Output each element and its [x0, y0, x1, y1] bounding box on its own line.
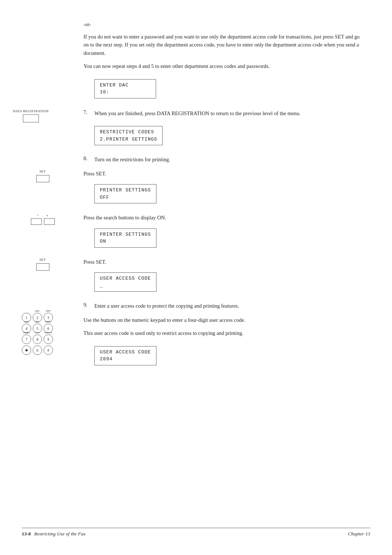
step9-content: 9. Enter a user access code to protect t… [83, 302, 363, 369]
footer-chapter: Chapter 13 [348, 531, 370, 537]
step9-main-text: Enter a user access code to protect the … [94, 302, 363, 310]
step8-number: 8. [83, 155, 94, 162]
lcd-user-access-blank-line1: USER ACCESS CODE [100, 275, 151, 282]
lcd-printer-on: PRINTER SETTINGS ON [94, 228, 156, 248]
lcd-enter-dac-line2: 10: [100, 89, 151, 96]
key-8[interactable]: TUV 8 [33, 335, 42, 344]
page: -or- If you do not want to enter a passw… [0, 0, 392, 555]
key-7[interactable]: PQRS 7 [22, 335, 31, 344]
step9-number: 9. [83, 302, 94, 308]
arrows-row: ^ v [37, 214, 49, 217]
step7-text: When you are finished, press DATA REGIST… [94, 109, 363, 117]
arrows-section: ^ v Press the search buttons to display … [83, 214, 363, 251]
set-section-2: SET Press SET. USER ACCESS CODE _ [83, 258, 363, 295]
key-9-label: 9 [48, 337, 49, 341]
content-area: -or- If you do not want to enter a passw… [83, 22, 363, 369]
lcd-restrictive: RESTRICTIVE CODES 2.PRINTER SETTINGS [94, 126, 163, 145]
key-2-top-label: ABC [35, 309, 40, 312]
set-text-2: SET [40, 258, 46, 262]
lcd-restrictive-line1: RESTRICTIVE CODES [100, 129, 157, 136]
footer-page-num: 13-8 [22, 531, 31, 536]
step9-block: 1 ABC 2 DEF 3 GHI [83, 302, 363, 369]
key-7-top-label: PQRS [23, 331, 30, 334]
key-7-label: 7 [26, 337, 28, 341]
lcd-user-access-blank: USER ACCESS CODE _ [94, 272, 156, 292]
arrow-down-text: v [46, 214, 48, 217]
step9-para3: This user access code is used only to re… [83, 329, 363, 337]
key-star-label: ✱ [25, 348, 28, 352]
para1: If you do not want to enter a password a… [83, 33, 363, 57]
lcd-user-access-2894-line1: USER ACCESS CODE [100, 349, 151, 356]
lcd-user-access-2894: USER ACCESS CODE 2894 [94, 346, 156, 365]
footer-left: 13-8 Restricting Use of the Fax [22, 531, 86, 537]
step8-block: 8. Turn on the restrictions for printing… [83, 155, 363, 163]
press-search-text: Press the search buttons to display ON. [83, 214, 363, 222]
lcd-printer-off: PRINTER SETTINGS OFF [94, 184, 156, 203]
set-text-1: SET [40, 170, 46, 173]
data-reg-button[interactable] [23, 114, 39, 122]
key-6-top-label: MNO [45, 320, 51, 323]
key-3-label: 3 [48, 316, 49, 320]
step8-text: Turn on the restrictions for printing. [94, 155, 363, 163]
key-1-label: 1 [26, 316, 28, 320]
key-hash-label: # [48, 348, 49, 352]
set-button-2[interactable] [36, 263, 49, 271]
arrow-up-button[interactable] [31, 218, 42, 225]
press-set-1-text: Press SET. [83, 170, 363, 178]
lcd-printer-off-line2: OFF [100, 194, 151, 201]
key-4-top-label: GHI [24, 320, 29, 323]
lcd-printer-on-line1: PRINTER SETTINGS [100, 231, 151, 238]
key-9[interactable]: WXYZ 9 [44, 335, 53, 344]
lcd-enter-dac: ENTER DAC 10: [94, 79, 156, 98]
set-button-1[interactable] [36, 175, 49, 182]
step9-para2: Use the buttons on the numeric keypad to… [83, 316, 363, 324]
key-5-label: 5 [37, 327, 38, 331]
data-reg-side-label: DATA REGISTRATION [11, 109, 51, 123]
lcd-user-access-blank-line2: _ [100, 282, 151, 289]
set-side-label-2: SET [11, 258, 74, 271]
set-section-1: SET Press SET. PRINTER SETTINGS OFF [83, 170, 363, 207]
key-0[interactable]: 0 [33, 345, 42, 355]
press-set-2-text: Press SET. [83, 258, 363, 266]
footer-title: Restricting Use of the Fax [34, 531, 86, 536]
lcd-restrictive-line2: 2.PRINTER SETTINGS [100, 136, 157, 143]
lcd-user-access-2894-line2: 2894 [100, 356, 151, 363]
key-3-top-label: DEF [46, 309, 50, 312]
data-reg-text: DATA REGISTRATION [11, 109, 51, 113]
key-0-label: 0 [37, 348, 38, 352]
para2: You can now repeat steps 4 and 5 to ente… [83, 62, 363, 70]
keypad: 1 ABC 2 DEF 3 GHI [22, 313, 53, 355]
key-5-top-label: JKL [35, 320, 40, 323]
footer: 13-8 Restricting Use of the Fax Chapter … [22, 528, 370, 537]
keypad-row-4: ✱ 0 # [22, 345, 53, 355]
key-hash[interactable]: # [44, 345, 53, 355]
lcd-printer-off-line1: PRINTER SETTINGS [100, 187, 151, 194]
keypad-row-3: PQRS 7 TUV 8 WXYZ 9 [22, 335, 53, 344]
step7-block: DATA REGISTRATION 7. When you are finish… [83, 109, 363, 117]
key-8-top-label: TUV [35, 331, 40, 334]
key-6-label: 6 [48, 327, 49, 331]
step7-number: 7. [83, 109, 94, 116]
lcd-printer-on-line2: ON [100, 238, 151, 245]
set-side-label-1: SET [11, 170, 74, 182]
arrow-up-text: ^ [37, 214, 39, 217]
key-8-label: 8 [37, 337, 38, 341]
step9-header: 9. Enter a user access code to protect t… [83, 302, 363, 310]
key-2-label: 2 [37, 316, 38, 320]
key-4-label: 4 [26, 327, 28, 331]
arrow-down-button[interactable] [44, 218, 55, 225]
key-star[interactable]: ✱ [22, 345, 31, 355]
key-9-top-label: WXYZ [45, 331, 52, 334]
arrows-side-label: ^ v [11, 214, 74, 225]
or-line: -or- [83, 22, 363, 28]
lcd-enter-dac-line1: ENTER DAC [100, 82, 151, 89]
